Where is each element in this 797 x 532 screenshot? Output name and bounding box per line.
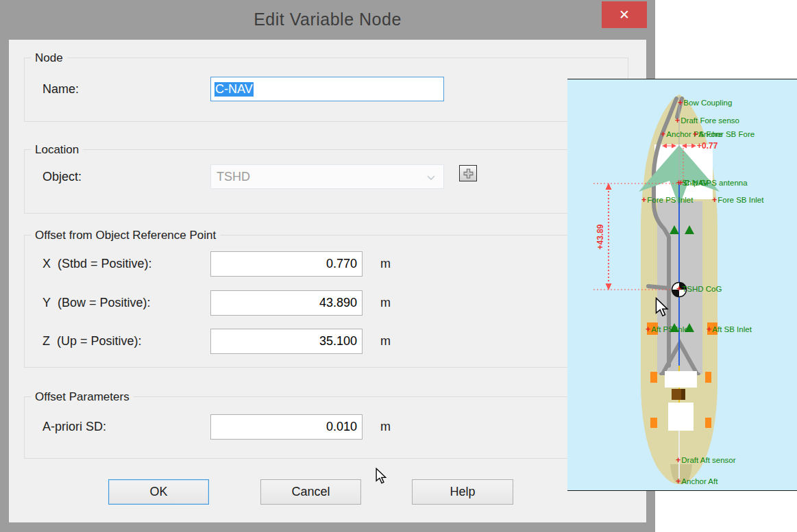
ok-button-label: OK [149, 485, 167, 499]
plus-grid-icon [463, 168, 474, 179]
edit-variable-node-dialog: Edit Variable Node ✕ Node Name: C-NAV Lo… [0, 0, 655, 532]
offset-x-label: X (Stbd = Positive): [42, 257, 152, 271]
apriori-sd-input[interactable]: 0.010 [210, 414, 363, 440]
x-offset-dimension-label: +0.77 [697, 141, 718, 151]
ship-marker: +Fore SB Inlet [712, 195, 763, 205]
offset-params-legend: Offset Parameters [31, 390, 134, 404]
help-button-label: Help [450, 485, 475, 499]
offset-x-value: 0.770 [326, 257, 357, 271]
offset-z-unit: m [380, 334, 391, 349]
ship-plan-view-panel: +Bow Coupling+Draft Fore senso+Anchor PS… [567, 79, 797, 491]
y-offset-dimension-label: +43.89 [596, 224, 605, 249]
ship-marker: +TSHD CoG [676, 284, 722, 294]
dialog-title: Edit Variable Node [0, 0, 655, 40]
object-dropdown[interactable]: TSHD [210, 164, 444, 189]
ship-marker: +Bow Coupling [678, 98, 732, 107]
offset-group-legend: Offset from Object Reference Point [31, 229, 220, 242]
offset-x-input[interactable]: 0.770 [210, 251, 363, 277]
help-button[interactable]: Help [412, 479, 513, 505]
offset-y-input[interactable]: 43.890 [210, 290, 363, 316]
select-node-grid-button[interactable] [459, 165, 477, 181]
apriori-sd-label: A-priori SD: [42, 420, 106, 434]
offset-z-input[interactable]: 35.100 [210, 329, 363, 354]
location-group-legend: Location [31, 143, 83, 157]
offset-z-value: 35.100 [319, 334, 357, 349]
object-label: Object: [42, 170, 82, 184]
ship-marker: +Fore PS Inlet [641, 195, 693, 205]
offset-y-label: Y (Bow = Positive): [42, 296, 151, 310]
ship-marker: +Aft PS Inlet [646, 325, 691, 334]
offset-y-value: 43.890 [319, 296, 357, 310]
ship-marker: +Draft Fore senso [675, 116, 739, 125]
close-icon: ✕ [619, 7, 630, 23]
ship-marker: +Anchor Aft [676, 477, 718, 486]
name-input[interactable]: C-NAV [210, 77, 444, 101]
apriori-sd-unit: m [380, 420, 391, 434]
dialog-content: Node Name: C-NAV Location Object: TSHD [9, 40, 646, 522]
dialog-titlebar[interactable]: Edit Variable Node ✕ [0, 0, 655, 40]
chevron-down-icon [427, 170, 435, 184]
ship-marker: +Anchor SB Fore [693, 129, 755, 139]
ok-button[interactable]: OK [108, 479, 209, 505]
name-label: Name: [42, 82, 79, 97]
ship-marker: +Aft SB Inlet [707, 325, 752, 334]
offset-z-label: Z (Up = Positive): [42, 334, 142, 349]
ship-marker: +Draft Aft sensor [676, 455, 736, 465]
offset-y-unit: m [380, 296, 391, 310]
name-input-value: C-NAV [214, 82, 254, 97]
screen: Edit Variable Node ✕ Node Name: C-NAV Lo… [0, 0, 797, 532]
offset-x-unit: m [380, 257, 391, 271]
object-dropdown-value: TSHD [217, 170, 250, 184]
apriori-sd-value: 0.010 [326, 420, 357, 434]
ship-marker: +C-NAV [678, 178, 708, 188]
cancel-button[interactable]: Cancel [260, 479, 361, 505]
node-group-legend: Node [31, 51, 67, 65]
cancel-button-label: Cancel [291, 485, 330, 499]
close-button[interactable]: ✕ [602, 1, 647, 28]
